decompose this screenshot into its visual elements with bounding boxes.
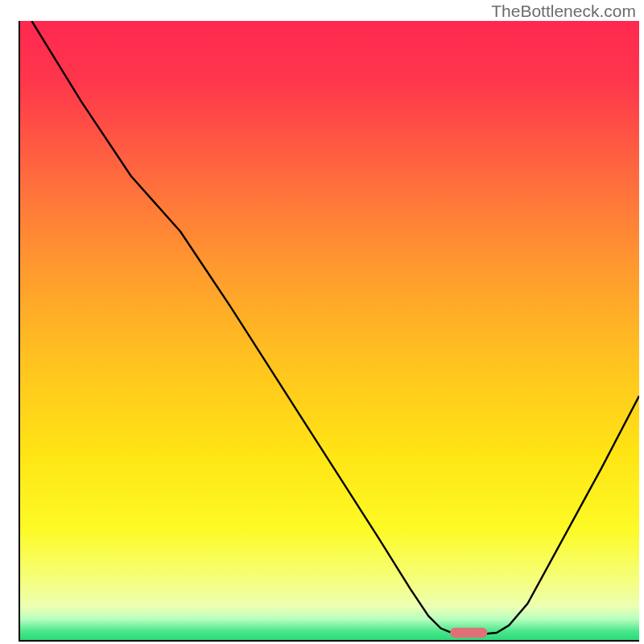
chart-container: { "watermark": "TheBottleneck.com", "cha… (0, 0, 644, 644)
bottleneck-chart (0, 0, 644, 644)
gradient-background (19, 21, 639, 641)
watermark-text: TheBottleneck.com (491, 2, 636, 21)
optimal-marker (450, 628, 487, 638)
